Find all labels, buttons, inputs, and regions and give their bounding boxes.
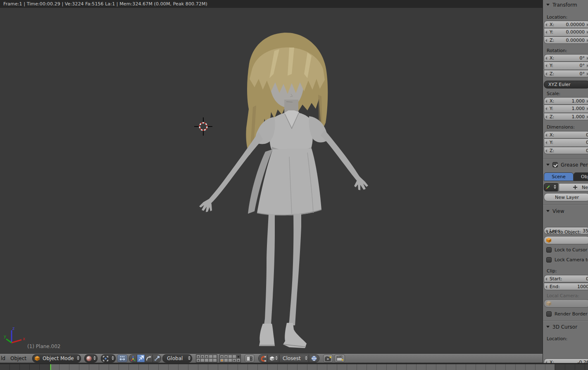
lock-camera-checkbox[interactable]: [546, 257, 552, 263]
clip-end-field[interactable]: End: 1000: [544, 283, 588, 290]
layer-toggle[interactable]: [209, 355, 213, 358]
manipulator-toggle[interactable]: [117, 354, 128, 363]
opengl-render-anim-button[interactable]: [334, 354, 345, 363]
layer-toggle[interactable]: [232, 355, 236, 358]
layer-toggle[interactable]: [228, 355, 232, 358]
decrement-arrow-icon[interactable]: [545, 134, 547, 137]
viewport-3d[interactable]: z x y (1) Plane.002: [0, 8, 543, 354]
view-section-header[interactable]: View: [543, 208, 588, 214]
rotate-manipulator-button[interactable]: [145, 355, 153, 362]
menu-cropped[interactable]: ld: [1, 356, 5, 361]
rotation-x-field[interactable]: X: 0°: [544, 54, 588, 62]
spinner-up-icon[interactable]: [77, 356, 79, 358]
decrement-arrow-icon[interactable]: [545, 57, 547, 60]
decrement-arrow-icon[interactable]: [545, 100, 547, 103]
rotation-y-field[interactable]: Y: 0°: [544, 62, 588, 69]
spinner-down-icon[interactable]: [77, 358, 79, 360]
scale-manipulator-button[interactable]: [153, 355, 161, 362]
decrement-arrow-icon[interactable]: [545, 64, 547, 67]
layer-toggle[interactable]: [196, 358, 200, 362]
decrement-arrow-icon[interactable]: [545, 149, 547, 153]
mode-dropdown[interactable]: Object Mode: [32, 354, 81, 363]
spinner-up-icon[interactable]: [112, 356, 114, 358]
pivot-dropdown[interactable]: [101, 354, 116, 363]
lock-to-cursor-checkbox[interactable]: [546, 247, 552, 253]
spinner-up-icon[interactable]: [188, 356, 190, 358]
translate-manipulator-button[interactable]: [137, 355, 145, 362]
layer-toggle[interactable]: [205, 355, 209, 358]
layer-toggle[interactable]: [205, 358, 209, 362]
layer-toggle[interactable]: [220, 355, 224, 358]
spinner-down-icon[interactable]: [305, 358, 307, 360]
spinner-down-icon[interactable]: [275, 358, 278, 360]
dimensions-x-field[interactable]: X: 0: [544, 131, 588, 138]
character-model[interactable]: [0, 8, 543, 354]
render-border-checkbox[interactable]: [546, 311, 552, 317]
grease-pencil-datablock-dropdown[interactable]: [544, 183, 558, 191]
spinner-down-icon[interactable]: [554, 187, 556, 189]
new-layer-button[interactable]: New Layer: [544, 193, 588, 201]
cursor-x-field[interactable]: X: -0.26: [544, 358, 588, 363]
lock-object-selector[interactable]: [544, 236, 588, 244]
spinner-up-icon[interactable]: [93, 356, 96, 358]
spinner-down-icon[interactable]: [112, 358, 114, 360]
manipulator-axes-button[interactable]: [129, 355, 137, 362]
timeline-track[interactable]: [0, 364, 588, 370]
decrement-arrow-icon[interactable]: [545, 107, 547, 110]
decrement-arrow-icon[interactable]: [545, 72, 547, 76]
decrement-arrow-icon[interactable]: [545, 23, 547, 26]
tab-scene[interactable]: Scene: [544, 172, 574, 181]
decrement-arrow-icon[interactable]: [545, 39, 547, 42]
spinner-up-icon[interactable]: [275, 356, 278, 358]
spinner-up-icon[interactable]: [554, 185, 556, 186]
layer-toggle[interactable]: [224, 358, 228, 362]
menu-object[interactable]: Object: [10, 356, 26, 361]
scene-lock-button[interactable]: [245, 354, 255, 363]
location-y-field[interactable]: Y: 0.00000: [544, 29, 588, 36]
decrement-arrow-icon[interactable]: [545, 141, 547, 144]
decrement-arrow-icon[interactable]: [545, 285, 547, 289]
cursor-3d-icon[interactable]: [194, 117, 212, 136]
layer-toggle[interactable]: [224, 355, 228, 358]
snap-target-dropdown[interactable]: Closest: [279, 355, 309, 362]
shading-dropdown[interactable]: [84, 354, 98, 363]
transform-section-header[interactable]: Transform: [543, 2, 588, 8]
spinner-down-icon[interactable]: [188, 358, 190, 360]
scale-y-field[interactable]: Y: 1.000: [544, 105, 588, 112]
layer-toggle[interactable]: [220, 358, 224, 362]
spinner-up-icon[interactable]: [305, 356, 307, 358]
current-frame-marker[interactable]: [50, 364, 51, 370]
orientation-dropdown[interactable]: Global: [162, 354, 192, 363]
clip-start-field[interactable]: Start: 0: [544, 275, 588, 282]
layer-toggle[interactable]: [236, 358, 240, 362]
layer-toggle[interactable]: [200, 358, 205, 362]
cursor-section-header[interactable]: 3D Cursor: [543, 324, 588, 330]
grease-pencil-section-header[interactable]: Grease Pencil: [543, 162, 588, 168]
decrement-arrow-icon[interactable]: [545, 31, 547, 34]
decrement-arrow-icon[interactable]: [545, 115, 547, 119]
spinner-down-icon[interactable]: [93, 358, 96, 360]
snap-toggle-button[interactable]: [259, 355, 268, 362]
layer-toggle[interactable]: [209, 358, 213, 362]
layer-toggle[interactable]: [213, 358, 217, 362]
layer-toggle[interactable]: [200, 355, 205, 358]
snap-center-toggle[interactable]: [309, 355, 319, 362]
grease-pencil-checkbox[interactable]: [552, 162, 558, 167]
location-x-field[interactable]: X: 0.00000: [544, 21, 588, 28]
snap-element-dropdown[interactable]: [268, 355, 279, 362]
layer-toggle[interactable]: [228, 358, 232, 362]
timeline-strip[interactable]: [0, 363, 588, 370]
layer-toggle[interactable]: [236, 355, 240, 358]
layer-toggle[interactable]: [196, 355, 200, 358]
location-z-field[interactable]: Z: 0.00000: [544, 36, 588, 44]
layer-toggle[interactable]: [213, 355, 217, 358]
rotation-z-field[interactable]: Z: 0°: [544, 70, 588, 77]
scale-z-field[interactable]: Z: 1.000: [544, 113, 588, 120]
grease-pencil-new-button[interactable]: New: [559, 183, 588, 191]
rotation-mode-dropdown[interactable]: XYZ Euler: [544, 81, 588, 88]
local-camera-selector[interactable]: [544, 299, 588, 308]
tab-object[interactable]: Object: [574, 172, 588, 181]
layer-toggle[interactable]: [232, 358, 236, 362]
dimensions-y-field[interactable]: Y: 0: [544, 139, 588, 146]
decrement-arrow-icon[interactable]: [545, 277, 547, 281]
